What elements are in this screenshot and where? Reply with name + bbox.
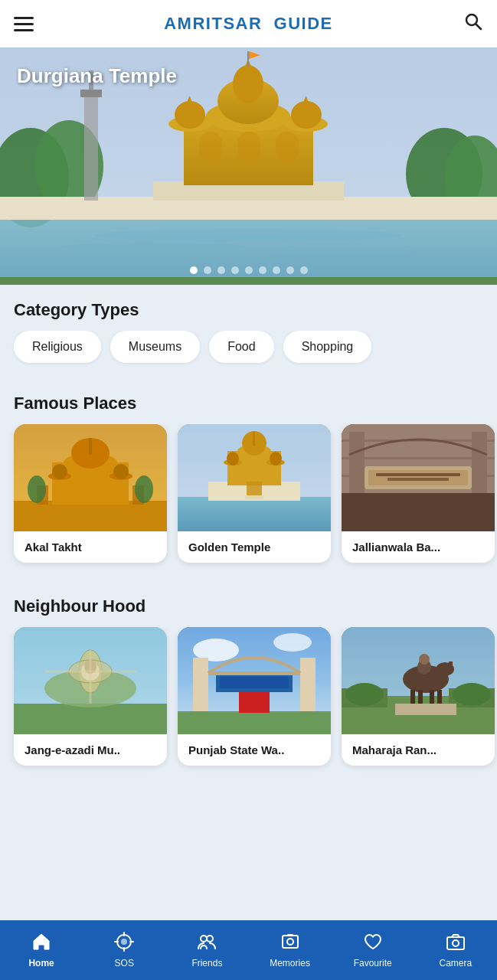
nav-camera[interactable]: Camera	[433, 932, 479, 969]
svg-rect-103	[410, 690, 415, 705]
neighbour-card-jang[interactable]: Jang-e-azadi Mu..	[14, 627, 167, 766]
hero-dot-6[interactable]	[259, 266, 266, 274]
svg-point-113	[121, 939, 127, 945]
nav-home-label: Home	[28, 958, 54, 969]
hero-dot-5[interactable]	[245, 266, 253, 274]
svg-point-88	[273, 633, 312, 652]
svg-rect-122	[287, 934, 293, 936]
hero-dot-1[interactable]	[190, 266, 198, 274]
svg-rect-71	[376, 473, 460, 476]
nav-sos[interactable]: SOS	[101, 932, 147, 969]
svg-point-48	[28, 475, 46, 503]
nav-home[interactable]: Home	[18, 932, 64, 969]
places-scroll[interactable]: Akal Takht	[0, 424, 497, 581]
hero-carousel[interactable]: Durgiana Temple	[0, 47, 497, 285]
neighbour-hood-title: Neighbour Hood	[0, 581, 497, 627]
neighbour-card-punjab[interactable]: Punjab State Wa..	[178, 627, 331, 766]
hero-dots[interactable]	[190, 266, 308, 274]
svg-point-60	[270, 452, 282, 466]
svg-rect-120	[283, 936, 298, 948]
nav-memories-label: Memories	[270, 958, 310, 969]
svg-rect-34	[247, 51, 249, 67]
home-icon	[31, 932, 51, 955]
svg-point-108	[419, 654, 430, 665]
sos-icon	[114, 932, 134, 955]
camera-icon	[446, 932, 466, 955]
svg-rect-95	[208, 671, 300, 675]
svg-point-58	[227, 452, 239, 466]
nav-sos-label: SOS	[115, 958, 134, 969]
hero-dot-3[interactable]	[217, 266, 225, 274]
main-content: Category Types Religious Museums Food Sh…	[0, 285, 497, 845]
svg-point-118	[201, 936, 207, 942]
svg-point-111	[453, 683, 491, 706]
svg-rect-74	[472, 432, 487, 493]
hero-title: Durgiana Temple	[17, 64, 177, 88]
svg-rect-89	[178, 711, 331, 734]
app-title: AMRITSAR GUIDE	[164, 14, 333, 34]
svg-rect-51	[178, 497, 331, 531]
svg-point-10	[268, 250, 421, 256]
svg-point-124	[453, 940, 459, 946]
hero-dot-2[interactable]	[204, 266, 211, 274]
famous-places-section: Famous Places	[0, 378, 497, 581]
category-scroll[interactable]: Religious Museums Food Shopping	[0, 331, 497, 378]
svg-point-8	[95, 229, 401, 241]
svg-rect-65	[342, 493, 495, 531]
place-card-akal-takht[interactable]: Akal Takht	[14, 424, 167, 563]
category-pill-shopping[interactable]: Shopping	[283, 331, 372, 363]
category-types-title: Category Types	[0, 285, 497, 331]
svg-rect-72	[387, 478, 449, 481]
svg-rect-92	[300, 658, 316, 711]
category-pill-museums[interactable]: Museums	[110, 331, 200, 363]
svg-rect-14	[199, 132, 222, 162]
favourite-icon	[363, 932, 383, 955]
svg-point-43	[52, 464, 67, 479]
nav-memories[interactable]: Memories	[267, 932, 313, 969]
friends-icon	[197, 932, 217, 955]
neighbour-hood-section: Neighbour Hood	[0, 581, 497, 784]
hamburger-menu[interactable]	[14, 17, 34, 31]
svg-rect-30	[84, 93, 98, 201]
search-icon[interactable]	[463, 11, 483, 36]
svg-rect-123	[447, 937, 464, 949]
svg-rect-56	[253, 432, 255, 446]
hero-dot-7[interactable]	[273, 266, 280, 274]
famous-places-title: Famous Places	[0, 378, 497, 424]
place-label-jallianwala: Jallianwala Ba...	[342, 531, 495, 563]
neighbour-card-maharaja[interactable]: Maharaja Ran...	[342, 627, 495, 766]
nav-favourite[interactable]: Favourite	[350, 932, 396, 969]
neighbour-scroll[interactable]: Jang-e-azadi Mu..	[0, 627, 497, 784]
svg-point-9	[61, 243, 245, 250]
title-part1: AMRITSAR	[164, 14, 262, 33]
nav-friends[interactable]: Friends	[184, 932, 230, 969]
svg-rect-41	[89, 438, 92, 455]
svg-rect-106	[437, 690, 442, 704]
svg-rect-76	[14, 704, 167, 734]
place-label-golden-temple: Golden Temple	[178, 531, 331, 563]
neighbour-label-jang: Jang-e-azadi Mu..	[14, 734, 167, 766]
svg-point-49	[135, 475, 153, 503]
svg-rect-105	[430, 690, 434, 705]
svg-rect-62	[245, 495, 263, 499]
bottom-navigation: Home SOS Friends	[0, 920, 497, 980]
svg-point-119	[207, 936, 213, 942]
svg-rect-16	[276, 132, 299, 162]
category-pill-food[interactable]: Food	[209, 331, 273, 363]
svg-rect-91	[193, 658, 208, 711]
hero-dot-4[interactable]	[231, 266, 239, 274]
nav-friends-label: Friends	[191, 958, 222, 969]
nav-favourite-label: Favourite	[354, 958, 392, 969]
title-part2: GUIDE	[274, 14, 333, 33]
svg-line-1	[476, 24, 482, 30]
category-pill-religious[interactable]: Religious	[14, 331, 101, 363]
category-types-section: Category Types Religious Museums Food Sh…	[0, 285, 497, 378]
svg-point-110	[345, 683, 384, 706]
place-card-golden-temple[interactable]: Golden Temple	[178, 424, 331, 563]
hero-dot-9[interactable]	[300, 266, 308, 274]
svg-rect-73	[349, 432, 365, 493]
place-card-jallianwala[interactable]: Jallianwala Ba...	[342, 424, 495, 563]
svg-point-121	[287, 939, 293, 945]
hero-dot-8[interactable]	[286, 266, 294, 274]
neighbour-label-punjab: Punjab State Wa..	[178, 734, 331, 766]
